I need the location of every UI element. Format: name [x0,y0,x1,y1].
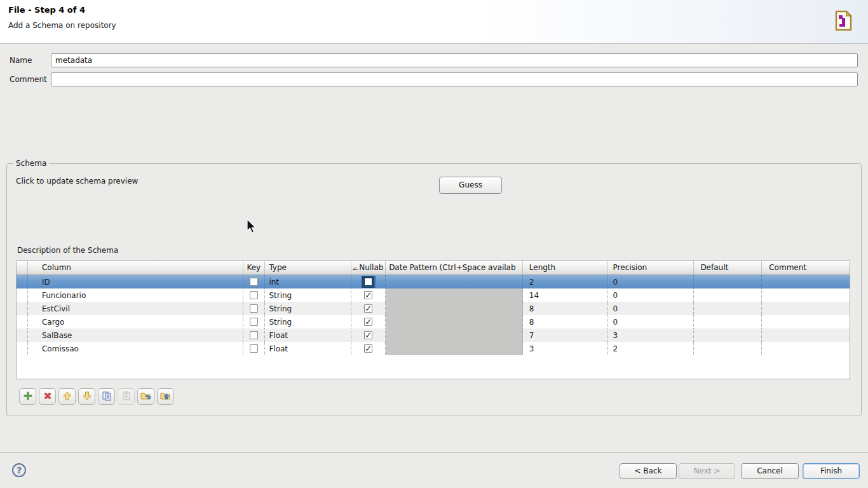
default-cell[interactable] [694,288,762,302]
length-cell[interactable]: 2 [523,275,608,288]
export-schema-button[interactable] [137,388,154,405]
key-cell[interactable] [243,275,265,288]
precision-cell[interactable]: 3 [608,329,695,342]
type-cell[interactable]: String [265,302,351,315]
finish-button[interactable]: Finish [803,463,860,479]
header-cell-nullab[interactable]: Nullab [351,261,386,274]
nullable-checkbox[interactable] [364,318,372,326]
header-cell-length[interactable]: Length [523,261,608,274]
key-checkbox[interactable] [250,344,258,353]
nullable-checkbox[interactable] [364,304,372,313]
column-name-cell[interactable]: ID [28,275,243,288]
key-cell[interactable] [243,315,265,329]
header-cell-precision[interactable]: Precision [608,261,695,274]
length-cell[interactable]: 7 [523,329,608,342]
nullable-cell[interactable] [351,342,386,355]
key-checkbox[interactable] [250,331,258,339]
paste-button[interactable] [118,388,135,405]
date-pattern-cell[interactable] [386,288,523,302]
comment-input[interactable] [51,72,858,86]
table-row[interactable]: IDint20 [17,275,850,288]
comment-cell[interactable] [762,315,850,329]
move-down-button[interactable] [78,388,95,405]
key-cell[interactable] [243,302,265,315]
column-name-cell[interactable]: Funcionario [28,288,243,302]
precision-cell[interactable]: 0 [608,302,695,315]
add-column-button[interactable] [19,388,36,405]
key-checkbox[interactable] [250,291,258,299]
comment-cell[interactable] [762,275,850,288]
type-cell[interactable]: String [265,315,351,329]
cancel-button[interactable]: Cancel [741,463,799,479]
column-name-cell[interactable]: SalBase [28,329,243,342]
default-cell[interactable] [694,302,762,315]
table-row[interactable]: FuncionarioString140 [17,288,850,302]
delete-column-button[interactable] [39,388,56,405]
header-cell-type[interactable]: Type [265,261,351,274]
key-checkbox[interactable] [250,318,258,326]
default-cell[interactable] [694,315,762,329]
nullable-checkbox[interactable] [364,291,372,299]
copy-button[interactable] [98,388,115,405]
length-cell[interactable]: 8 [523,315,608,329]
precision-cell[interactable]: 0 [608,275,695,288]
header-cell-key[interactable]: Key [243,261,265,274]
nullable-checkbox[interactable] [364,331,372,339]
name-input[interactable] [51,53,858,67]
nullable-cell[interactable] [351,275,386,288]
key-cell[interactable] [243,342,265,355]
type-cell[interactable]: Float [265,342,351,355]
key-checkbox[interactable] [250,278,258,286]
column-name-cell[interactable]: Cargo [28,315,243,329]
precision-cell[interactable]: 0 [608,315,695,329]
default-cell[interactable] [694,329,762,342]
date-pattern-cell[interactable] [386,275,523,288]
table-row[interactable]: SalBaseFloat73 [17,329,850,342]
date-pattern-cell[interactable] [386,315,523,329]
table-row[interactable]: ComissaoFloat32 [17,342,850,355]
checkbox-icon [353,264,358,270]
precision-cell[interactable]: 2 [608,342,695,355]
type-cell[interactable]: String [265,288,351,302]
header-cell-date-pattern-ctrl-space-availab[interactable]: Date Pattern (Ctrl+Space availab [386,261,523,274]
nullable-checkbox-editor[interactable] [362,276,376,288]
table-row[interactable]: EstCivilString80 [17,302,850,315]
nullable-checkbox[interactable] [364,344,372,353]
default-cell[interactable] [694,275,762,288]
type-cell[interactable]: int [265,275,351,288]
import-schema-button[interactable] [157,388,174,405]
date-pattern-cell[interactable] [386,302,523,315]
length-cell[interactable]: 14 [523,288,608,302]
delete-icon [43,391,53,403]
nullable-cell[interactable] [351,315,386,329]
comment-cell[interactable] [762,288,850,302]
length-cell[interactable]: 3 [523,342,608,355]
nullable-cell[interactable] [351,302,386,315]
default-cell[interactable] [694,342,762,355]
type-cell[interactable]: Float [265,329,351,342]
header-cell-column[interactable]: Column [28,261,243,274]
comment-cell[interactable] [762,302,850,315]
nullable-cell[interactable] [351,288,386,302]
comment-cell[interactable] [762,329,850,342]
table-row[interactable]: CargoString80 [17,315,850,329]
nullable-cell[interactable] [351,329,386,342]
date-pattern-cell[interactable] [386,329,523,342]
length-cell[interactable]: 8 [523,302,608,315]
guess-button[interactable]: Guess [439,177,502,194]
key-checkbox[interactable] [250,304,258,313]
column-name-cell[interactable]: EstCivil [28,302,243,315]
comment-cell[interactable] [762,342,850,355]
precision-cell[interactable]: 0 [608,288,695,302]
back-button[interactable]: < Back [620,463,677,479]
nullable-checkbox[interactable] [364,278,372,286]
key-cell[interactable] [243,329,265,342]
column-name-cell[interactable]: Comissao [28,342,243,355]
key-cell[interactable] [243,288,265,302]
date-pattern-cell[interactable] [386,342,523,355]
help-button[interactable]: ? [12,463,26,477]
header-cell-comment[interactable]: Comment [762,261,850,274]
header-cell-default[interactable]: Default [694,261,762,274]
move-up-button[interactable] [58,388,76,405]
next-button: Next > [679,463,735,479]
